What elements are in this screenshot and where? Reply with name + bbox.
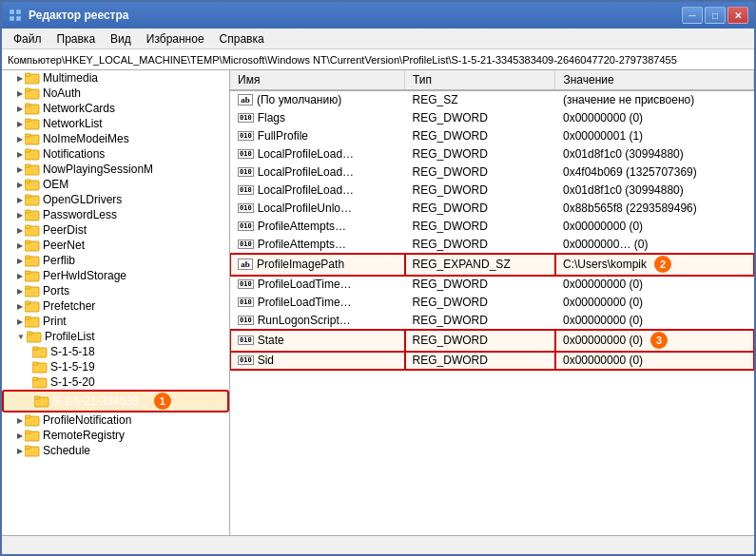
tree-label: ProfileNotification (43, 413, 131, 427)
address-bar: Компьютер\HKEY_LOCAL_MACHINE\TEMP\Micros… (2, 49, 754, 70)
content-panel[interactable]: Имя Тип Значение ab(По умолчанию) REG_SZ… (230, 70, 754, 535)
tree-item[interactable]: ▶ RemoteRegistry (2, 428, 229, 443)
menu-help[interactable]: Справка (212, 30, 272, 48)
tree-item[interactable]: S-1-5-21-334538…1 (2, 390, 229, 412)
tree-item[interactable]: ▶ Schedule (2, 443, 229, 458)
table-row[interactable]: 010FullProfile REG_DWORD 0x00000001 (1) (230, 127, 754, 145)
cell-name: 010ProfileAttempts… (230, 236, 405, 254)
table-row[interactable]: 010Flags REG_DWORD 0x00000000 (0) (230, 109, 754, 127)
svg-rect-13 (25, 134, 30, 137)
menu-file[interactable]: Файл (6, 30, 49, 48)
tree-item[interactable]: ▶ OEM (2, 177, 229, 192)
table-row[interactable]: 010LocalProfileLoad… REG_DWORD 0x4f04b06… (230, 163, 754, 182)
table-row[interactable]: ab(По умолчанию) REG_SZ (значение не при… (230, 90, 754, 109)
cell-name: 010Sid (230, 352, 405, 370)
cell-value: 0x0000000… (0) (555, 236, 754, 254)
tree-label: S-1-5-21-334538… (52, 394, 150, 408)
tree-item[interactable]: ▼ ProfileList (2, 329, 229, 344)
tree-item[interactable]: ▶ ProfileNotification (2, 412, 229, 428)
title-bar: Редактор реестра ─ □ ✕ (2, 2, 754, 29)
cell-type: REG_DWORD (405, 145, 555, 163)
tree-item[interactable]: ▶ Notifications (2, 146, 229, 162)
ab-icon: ab (238, 94, 253, 105)
tree-label: PeerNet (43, 239, 85, 252)
cell-name: 010LocalProfileLoad… (230, 163, 405, 182)
table-row[interactable]: 010LocalProfileLoad… REG_DWORD 0x01d8f1c… (230, 182, 754, 200)
close-button[interactable]: ✕ (727, 7, 748, 24)
menu-edit[interactable]: Правка (49, 30, 104, 48)
cell-value: 0x00000000 (0) (555, 312, 754, 330)
menu-favorites[interactable]: Избранное (139, 30, 212, 48)
cell-type: REG_SZ (405, 90, 555, 109)
table-row[interactable]: 010RunLogonScript… REG_DWORD 0x00000000 … (230, 312, 754, 330)
tree-item[interactable]: ▶ NetworkList (2, 116, 229, 131)
cell-name: 010ProfileAttempts… (230, 218, 405, 236)
table-row[interactable]: 010ProfileLoadTime… REG_DWORD 0x00000000… (230, 276, 754, 294)
svg-rect-37 (25, 316, 30, 319)
tree-label: Perflib (43, 254, 75, 267)
svg-rect-5 (25, 73, 30, 76)
tree-item[interactable]: ▶ Perflib (2, 253, 229, 268)
table-row[interactable]: 010State REG_DWORD 0x00000000 (0)3 (230, 330, 754, 352)
tree-item[interactable]: ▶ Multimedia (2, 70, 229, 86)
tree-item[interactable]: ▶ PeerNet (2, 238, 229, 253)
table-row[interactable]: 010LocalProfileUnlo… REG_DWORD 0x88b565f… (230, 200, 754, 218)
minimize-button[interactable]: ─ (682, 7, 703, 24)
svg-rect-25 (25, 225, 30, 228)
tree-label: Schedule (43, 444, 90, 457)
col-value[interactable]: Значение (555, 70, 754, 90)
table-row[interactable]: 010ProfileAttempts… REG_DWORD 0x00000000… (230, 218, 754, 236)
cell-value: 0x4f04b069 (1325707369) (555, 163, 754, 182)
svg-rect-9 (25, 104, 30, 106)
tree-panel[interactable]: ▶ Multimedia▶ NoAuth▶ NetworkCards▶ Netw… (2, 70, 230, 535)
main-area: ▶ Multimedia▶ NoAuth▶ NetworkCards▶ Netw… (2, 70, 754, 535)
tree-item[interactable]: ▶ Ports (2, 283, 229, 298)
svg-rect-29 (25, 256, 30, 259)
dword-icon: 010 (238, 221, 254, 231)
tree-label: Print (43, 315, 67, 328)
tree-label: OEM (43, 178, 68, 191)
cell-name: 010State (230, 330, 405, 352)
svg-rect-45 (32, 377, 38, 380)
tree-item[interactable]: ▶ PerHwIdStorage (2, 268, 229, 283)
tree-item[interactable]: ▶ Print (2, 314, 229, 329)
table-row[interactable]: 010ProfileAttempts… REG_DWORD 0x0000000…… (230, 236, 754, 254)
cell-name: 010LocalProfileLoad… (230, 145, 405, 163)
window-title: Редактор реестра (29, 9, 682, 22)
tree-item[interactable]: S-1-5-20 (2, 374, 229, 390)
tree-item[interactable]: ▶ PeerDist (2, 222, 229, 238)
tree-label: NowPlayingSessionM (43, 163, 153, 176)
dword-icon: 010 (238, 185, 254, 195)
tree-item[interactable]: S-1-5-18 (2, 344, 229, 359)
col-type[interactable]: Тип (405, 70, 555, 90)
dword-icon: 010 (238, 336, 254, 345)
tree-label: S-1-5-19 (50, 360, 95, 374)
cell-value: C:\Users\kompik2 (555, 254, 754, 276)
svg-rect-19 (25, 180, 30, 182)
cell-type: REG_DWORD (405, 330, 555, 352)
table-row[interactable]: 010LocalProfileLoad… REG_DWORD 0x01d8f1c… (230, 145, 754, 163)
cell-value: 0x00000000 (0) (555, 294, 754, 312)
tree-item[interactable]: ▶ Prefetcher (2, 298, 229, 314)
maximize-button[interactable]: □ (705, 7, 726, 24)
table-row[interactable]: 010Sid REG_DWORD 0x00000000 (0) (230, 352, 754, 370)
tree-item[interactable]: ▶ PasswordLess (2, 207, 229, 222)
svg-rect-47 (34, 396, 40, 399)
col-name[interactable]: Имя (230, 70, 405, 90)
tree-item[interactable]: ▶ NoImeModeiMes (2, 131, 229, 146)
cell-value: 0x00000000 (0)3 (555, 330, 754, 352)
svg-rect-0 (10, 10, 14, 14)
cell-name: 010RunLogonScript… (230, 312, 405, 330)
tree-item[interactable]: ▶ NetworkCards (2, 101, 229, 116)
table-row[interactable]: abProfileImagePath REG_EXPAND_SZ C:\User… (230, 254, 754, 276)
cell-type: REG_DWORD (405, 218, 555, 236)
svg-rect-53 (25, 446, 30, 449)
tree-item[interactable]: ▶ NoAuth (2, 86, 229, 101)
tree-item[interactable]: S-1-5-19 (2, 359, 229, 374)
tree-item[interactable]: ▶ NowPlayingSessionM (2, 162, 229, 177)
cell-type: REG_DWORD (405, 127, 555, 145)
table-row[interactable]: 010ProfileLoadTime… REG_DWORD 0x00000000… (230, 294, 754, 312)
cell-type: REG_DWORD (405, 294, 555, 312)
tree-item[interactable]: ▶ OpenGLDrivers (2, 192, 229, 207)
menu-view[interactable]: Вид (103, 30, 139, 48)
